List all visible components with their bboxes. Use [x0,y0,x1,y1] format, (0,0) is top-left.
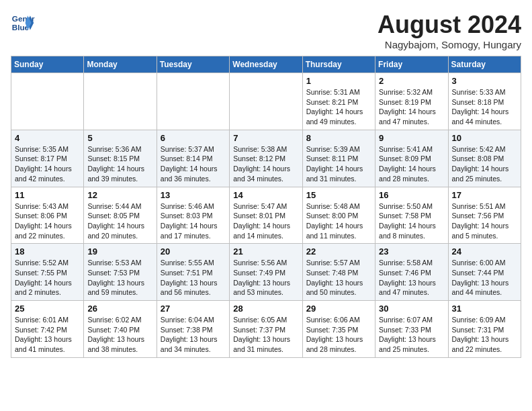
calendar-cell: 27Sunrise: 6:04 AMSunset: 7:38 PMDayligh… [157,301,229,358]
day-number: 31 [452,304,517,314]
calendar-cell [84,73,157,130]
day-number: 25 [15,304,80,314]
calendar-cell: 4Sunrise: 5:35 AMSunset: 8:17 PMDaylight… [11,130,84,187]
day-number: 29 [306,304,371,314]
logo-icon: General Blue [11,11,35,35]
calendar-week-row: 1Sunrise: 5:31 AMSunset: 8:21 PMDaylight… [11,73,521,130]
calendar-cell: 13Sunrise: 5:46 AMSunset: 8:03 PMDayligh… [157,187,229,244]
day-number: 7 [233,133,298,143]
day-info: Sunrise: 5:53 AMSunset: 7:53 PMDaylight:… [87,258,152,298]
calendar-cell: 6Sunrise: 5:37 AMSunset: 8:14 PMDaylight… [157,130,229,187]
day-info: Sunrise: 6:05 AMSunset: 7:37 PMDaylight:… [233,315,298,355]
page-header: General Blue August 2024 Nagybajom, Somo… [11,11,521,50]
day-info: Sunrise: 5:50 AMSunset: 7:58 PMDaylight:… [379,201,444,241]
day-info: Sunrise: 5:56 AMSunset: 7:49 PMDaylight:… [233,258,298,298]
calendar-cell: 20Sunrise: 5:55 AMSunset: 7:51 PMDayligh… [157,244,229,301]
location-title: Nagybajom, Somogy, Hungary [378,39,521,50]
day-info: Sunrise: 5:37 AMSunset: 8:14 PMDaylight:… [161,144,226,184]
calendar-cell: 30Sunrise: 6:07 AMSunset: 7:33 PMDayligh… [375,301,448,358]
day-number: 14 [233,190,298,200]
calendar-cell: 23Sunrise: 5:58 AMSunset: 7:46 PMDayligh… [375,244,448,301]
calendar-cell: 7Sunrise: 5:38 AMSunset: 8:12 PMDaylight… [230,130,302,187]
calendar-week-row: 11Sunrise: 5:43 AMSunset: 8:06 PMDayligh… [11,187,521,244]
day-info: Sunrise: 5:58 AMSunset: 7:46 PMDaylight:… [379,258,444,298]
day-number: 28 [233,304,298,314]
day-info: Sunrise: 5:57 AMSunset: 7:48 PMDaylight:… [306,258,371,298]
day-number: 26 [87,304,152,314]
day-info: Sunrise: 6:04 AMSunset: 7:38 PMDaylight:… [161,315,226,355]
day-info: Sunrise: 5:33 AMSunset: 8:18 PMDaylight:… [452,87,517,127]
logo: General Blue [11,11,35,35]
day-number: 16 [379,190,444,200]
month-title: August 2024 [378,11,521,39]
day-info: Sunrise: 6:00 AMSunset: 7:44 PMDaylight:… [452,258,517,298]
day-info: Sunrise: 5:51 AMSunset: 7:56 PMDaylight:… [452,201,517,241]
day-number: 30 [379,304,444,314]
calendar-cell: 22Sunrise: 5:57 AMSunset: 7:48 PMDayligh… [302,244,375,301]
calendar-cell: 16Sunrise: 5:50 AMSunset: 7:58 PMDayligh… [375,187,448,244]
calendar-week-row: 25Sunrise: 6:01 AMSunset: 7:42 PMDayligh… [11,301,521,358]
day-info: Sunrise: 5:43 AMSunset: 8:06 PMDaylight:… [15,201,80,241]
calendar-week-row: 4Sunrise: 5:35 AMSunset: 8:17 PMDaylight… [11,130,521,187]
day-number: 18 [15,246,80,257]
day-number: 19 [87,246,152,257]
day-info: Sunrise: 5:31 AMSunset: 8:21 PMDaylight:… [306,87,371,127]
day-number: 2 [379,76,444,86]
day-number: 9 [379,133,444,143]
calendar-cell: 29Sunrise: 6:06 AMSunset: 7:35 PMDayligh… [302,301,375,358]
weekday-header-friday: Friday [375,56,448,73]
day-number: 27 [161,304,226,314]
calendar-cell: 5Sunrise: 5:36 AMSunset: 8:15 PMDaylight… [84,130,157,187]
weekday-header-thursday: Thursday [302,56,375,73]
calendar-cell: 9Sunrise: 5:41 AMSunset: 8:09 PMDaylight… [375,130,448,187]
day-number: 24 [452,246,517,257]
day-number: 6 [161,133,226,143]
day-number: 22 [306,246,371,257]
calendar-cell: 12Sunrise: 5:44 AMSunset: 8:05 PMDayligh… [84,187,157,244]
day-info: Sunrise: 5:48 AMSunset: 8:00 PMDaylight:… [306,201,371,241]
day-info: Sunrise: 6:02 AMSunset: 7:40 PMDaylight:… [87,315,152,355]
calendar-cell: 10Sunrise: 5:42 AMSunset: 8:08 PMDayligh… [448,130,521,187]
calendar-cell: 3Sunrise: 5:33 AMSunset: 8:18 PMDaylight… [448,73,521,130]
day-info: Sunrise: 5:41 AMSunset: 8:09 PMDaylight:… [379,144,444,184]
day-number: 23 [379,246,444,257]
calendar-cell: 26Sunrise: 6:02 AMSunset: 7:40 PMDayligh… [84,301,157,358]
day-info: Sunrise: 6:07 AMSunset: 7:33 PMDaylight:… [379,315,444,355]
calendar-cell: 24Sunrise: 6:00 AMSunset: 7:44 PMDayligh… [448,244,521,301]
calendar-cell [230,73,302,130]
calendar-cell: 19Sunrise: 5:53 AMSunset: 7:53 PMDayligh… [84,244,157,301]
day-number: 11 [15,190,80,200]
weekday-header-wednesday: Wednesday [230,56,302,73]
day-info: Sunrise: 5:42 AMSunset: 8:08 PMDaylight:… [452,144,517,184]
calendar-cell [157,73,229,130]
day-info: Sunrise: 5:47 AMSunset: 8:01 PMDaylight:… [233,201,298,241]
day-number: 21 [233,246,298,257]
day-info: Sunrise: 6:09 AMSunset: 7:31 PMDaylight:… [452,315,517,355]
day-number: 17 [452,190,517,200]
day-number: 4 [15,133,80,143]
weekday-header-tuesday: Tuesday [157,56,229,73]
day-info: Sunrise: 5:35 AMSunset: 8:17 PMDaylight:… [15,144,80,184]
day-info: Sunrise: 5:55 AMSunset: 7:51 PMDaylight:… [161,258,226,298]
calendar-cell: 31Sunrise: 6:09 AMSunset: 7:31 PMDayligh… [448,301,521,358]
calendar-cell: 18Sunrise: 5:52 AMSunset: 7:55 PMDayligh… [11,244,84,301]
calendar-cell: 1Sunrise: 5:31 AMSunset: 8:21 PMDaylight… [302,73,375,130]
title-block: August 2024 Nagybajom, Somogy, Hungary [378,11,521,50]
day-info: Sunrise: 5:38 AMSunset: 8:12 PMDaylight:… [233,144,298,184]
day-number: 3 [452,76,517,86]
calendar-cell [11,73,84,130]
calendar-cell: 14Sunrise: 5:47 AMSunset: 8:01 PMDayligh… [230,187,302,244]
calendar-cell: 2Sunrise: 5:32 AMSunset: 8:19 PMDaylight… [375,73,448,130]
day-info: Sunrise: 5:39 AMSunset: 8:11 PMDaylight:… [306,144,371,184]
calendar-cell: 28Sunrise: 6:05 AMSunset: 7:37 PMDayligh… [230,301,302,358]
day-number: 8 [306,133,371,143]
weekday-header-monday: Monday [84,56,157,73]
day-number: 1 [306,76,371,86]
calendar-cell: 25Sunrise: 6:01 AMSunset: 7:42 PMDayligh… [11,301,84,358]
day-info: Sunrise: 5:46 AMSunset: 8:03 PMDaylight:… [161,201,226,241]
day-number: 15 [306,190,371,200]
calendar-cell: 15Sunrise: 5:48 AMSunset: 8:00 PMDayligh… [302,187,375,244]
day-info: Sunrise: 5:32 AMSunset: 8:19 PMDaylight:… [379,87,444,127]
weekday-header-row: SundayMondayTuesdayWednesdayThursdayFrid… [11,56,521,73]
day-info: Sunrise: 6:01 AMSunset: 7:42 PMDaylight:… [15,315,80,355]
